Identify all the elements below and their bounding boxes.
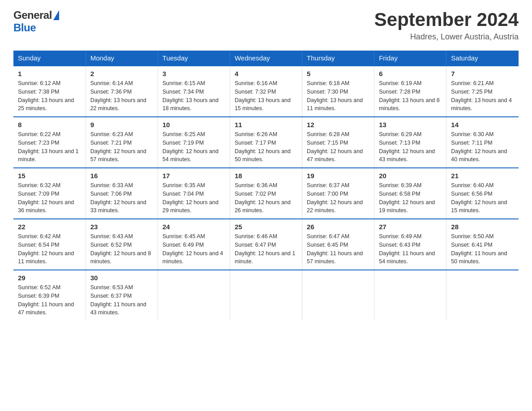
calendar-day-cell: 25Sunrise: 6:46 AMSunset: 6:47 PMDayligh… (230, 219, 302, 270)
day-number: 26 (307, 223, 369, 231)
col-monday: Monday (86, 51, 158, 66)
calendar-day-cell: 8Sunrise: 6:22 AMSunset: 7:23 PMDaylight… (13, 117, 86, 168)
calendar-header-row: Sunday Monday Tuesday Wednesday Thursday… (13, 51, 519, 66)
day-number: 23 (90, 223, 153, 231)
calendar-week-row: 8Sunrise: 6:22 AMSunset: 7:23 PMDaylight… (13, 117, 519, 168)
calendar-week-row: 1Sunrise: 6:12 AMSunset: 7:38 PMDaylight… (13, 66, 519, 117)
calendar-location: Hadres, Lower Austria, Austria (374, 32, 519, 42)
day-number: 28 (451, 223, 514, 231)
day-info: Sunrise: 6:16 AMSunset: 7:32 PMDaylight:… (235, 79, 297, 113)
day-number: 13 (379, 121, 442, 128)
day-info: Sunrise: 6:33 AMSunset: 7:06 PMDaylight:… (90, 181, 153, 215)
calendar-week-row: 22Sunrise: 6:42 AMSunset: 6:54 PMDayligh… (13, 219, 519, 270)
day-number: 30 (90, 274, 153, 282)
day-info: Sunrise: 6:47 AMSunset: 6:45 PMDaylight:… (307, 232, 369, 266)
calendar-day-cell: 26Sunrise: 6:47 AMSunset: 6:45 PMDayligh… (302, 219, 374, 270)
calendar-day-cell: 23Sunrise: 6:43 AMSunset: 6:52 PMDayligh… (86, 219, 158, 270)
calendar-day-cell: 18Sunrise: 6:36 AMSunset: 7:02 PMDayligh… (230, 168, 302, 219)
calendar-day-cell: 17Sunrise: 6:35 AMSunset: 7:04 PMDayligh… (158, 168, 230, 219)
calendar-day-cell: 22Sunrise: 6:42 AMSunset: 6:54 PMDayligh… (13, 219, 86, 270)
day-info: Sunrise: 6:46 AMSunset: 6:47 PMDaylight:… (235, 232, 297, 266)
day-number: 25 (235, 223, 297, 231)
calendar-day-cell: 29Sunrise: 6:52 AMSunset: 6:39 PMDayligh… (13, 270, 86, 321)
col-wednesday: Wednesday (230, 51, 302, 66)
calendar-day-cell: 10Sunrise: 6:25 AMSunset: 7:19 PMDayligh… (158, 117, 230, 168)
day-info: Sunrise: 6:35 AMSunset: 7:04 PMDaylight:… (163, 181, 225, 215)
day-number: 14 (451, 121, 514, 128)
day-info: Sunrise: 6:39 AMSunset: 6:58 PMDaylight:… (379, 181, 442, 215)
calendar-week-row: 15Sunrise: 6:32 AMSunset: 7:09 PMDayligh… (13, 168, 519, 219)
calendar-day-cell: 12Sunrise: 6:28 AMSunset: 7:15 PMDayligh… (302, 117, 374, 168)
calendar-day-cell (446, 270, 519, 321)
calendar-week-row: 29Sunrise: 6:52 AMSunset: 6:39 PMDayligh… (13, 270, 519, 321)
day-info: Sunrise: 6:22 AMSunset: 7:23 PMDaylight:… (18, 130, 81, 164)
day-info: Sunrise: 6:32 AMSunset: 7:09 PMDaylight:… (18, 181, 81, 215)
day-info: Sunrise: 6:42 AMSunset: 6:54 PMDaylight:… (18, 232, 81, 266)
calendar-day-cell: 19Sunrise: 6:37 AMSunset: 7:00 PMDayligh… (302, 168, 374, 219)
day-number: 22 (18, 223, 81, 231)
day-info: Sunrise: 6:52 AMSunset: 6:39 PMDaylight:… (18, 283, 81, 317)
calendar-day-cell: 9Sunrise: 6:23 AMSunset: 7:21 PMDaylight… (86, 117, 158, 168)
calendar-day-cell (230, 270, 302, 321)
day-info: Sunrise: 6:43 AMSunset: 6:52 PMDaylight:… (90, 232, 153, 266)
day-number: 1 (18, 70, 81, 77)
calendar-day-cell: 27Sunrise: 6:49 AMSunset: 6:43 PMDayligh… (374, 219, 446, 270)
day-number: 12 (307, 121, 369, 128)
day-number: 5 (307, 70, 369, 77)
day-info: Sunrise: 6:29 AMSunset: 7:13 PMDaylight:… (379, 130, 442, 164)
day-number: 9 (90, 121, 153, 128)
calendar-day-cell: 15Sunrise: 6:32 AMSunset: 7:09 PMDayligh… (13, 168, 86, 219)
calendar-day-cell (158, 270, 230, 321)
calendar-title: September 2024 (374, 9, 519, 30)
day-info: Sunrise: 6:18 AMSunset: 7:30 PMDaylight:… (307, 79, 369, 113)
day-info: Sunrise: 6:36 AMSunset: 7:02 PMDaylight:… (235, 181, 297, 215)
day-number: 27 (379, 223, 442, 231)
calendar-day-cell: 28Sunrise: 6:50 AMSunset: 6:41 PMDayligh… (446, 219, 519, 270)
day-info: Sunrise: 6:12 AMSunset: 7:38 PMDaylight:… (18, 79, 81, 113)
logo-triangle-icon (53, 10, 59, 20)
day-number: 15 (18, 172, 81, 180)
day-info: Sunrise: 6:23 AMSunset: 7:21 PMDaylight:… (90, 130, 153, 164)
calendar-day-cell: 5Sunrise: 6:18 AMSunset: 7:30 PMDaylight… (302, 66, 374, 117)
day-number: 2 (90, 70, 153, 77)
col-sunday: Sunday (13, 51, 86, 66)
day-number: 19 (307, 172, 369, 180)
day-info: Sunrise: 6:28 AMSunset: 7:15 PMDaylight:… (307, 130, 369, 164)
day-number: 18 (235, 172, 297, 180)
day-number: 4 (235, 70, 297, 77)
day-number: 8 (18, 121, 81, 128)
day-info: Sunrise: 6:14 AMSunset: 7:36 PMDaylight:… (90, 79, 153, 113)
day-number: 20 (379, 172, 442, 180)
calendar-day-cell: 14Sunrise: 6:30 AMSunset: 7:11 PMDayligh… (446, 117, 519, 168)
calendar-day-cell (302, 270, 374, 321)
page-header: General Blue September 2024 Hadres, Lowe… (13, 9, 519, 42)
calendar-day-cell: 21Sunrise: 6:40 AMSunset: 6:56 PMDayligh… (446, 168, 519, 219)
calendar-day-cell: 16Sunrise: 6:33 AMSunset: 7:06 PMDayligh… (86, 168, 158, 219)
calendar-day-cell: 20Sunrise: 6:39 AMSunset: 6:58 PMDayligh… (374, 168, 446, 219)
day-number: 10 (163, 121, 225, 128)
calendar-day-cell: 7Sunrise: 6:21 AMSunset: 7:25 PMDaylight… (446, 66, 519, 117)
calendar-day-cell: 4Sunrise: 6:16 AMSunset: 7:32 PMDaylight… (230, 66, 302, 117)
day-info: Sunrise: 6:37 AMSunset: 7:00 PMDaylight:… (307, 181, 369, 215)
day-info: Sunrise: 6:40 AMSunset: 6:56 PMDaylight:… (451, 181, 514, 215)
day-number: 24 (163, 223, 225, 231)
day-info: Sunrise: 6:49 AMSunset: 6:43 PMDaylight:… (379, 232, 442, 266)
calendar-day-cell: 2Sunrise: 6:14 AMSunset: 7:36 PMDaylight… (86, 66, 158, 117)
day-info: Sunrise: 6:21 AMSunset: 7:25 PMDaylight:… (451, 79, 514, 113)
col-saturday: Saturday (446, 51, 519, 66)
day-info: Sunrise: 6:45 AMSunset: 6:49 PMDaylight:… (163, 232, 225, 266)
day-info: Sunrise: 6:19 AMSunset: 7:28 PMDaylight:… (379, 79, 442, 113)
calendar-day-cell (374, 270, 446, 321)
calendar-day-cell: 13Sunrise: 6:29 AMSunset: 7:13 PMDayligh… (374, 117, 446, 168)
logo-general-text: General (13, 9, 52, 21)
day-info: Sunrise: 6:15 AMSunset: 7:34 PMDaylight:… (163, 79, 225, 113)
day-info: Sunrise: 6:25 AMSunset: 7:19 PMDaylight:… (163, 130, 225, 164)
logo-blue-text: Blue (13, 21, 36, 34)
day-number: 17 (163, 172, 225, 180)
day-number: 6 (379, 70, 442, 77)
calendar-day-cell: 6Sunrise: 6:19 AMSunset: 7:28 PMDaylight… (374, 66, 446, 117)
col-friday: Friday (374, 51, 446, 66)
title-block: September 2024 Hadres, Lower Austria, Au… (374, 9, 519, 42)
col-tuesday: Tuesday (158, 51, 230, 66)
calendar-day-cell: 11Sunrise: 6:26 AMSunset: 7:17 PMDayligh… (230, 117, 302, 168)
